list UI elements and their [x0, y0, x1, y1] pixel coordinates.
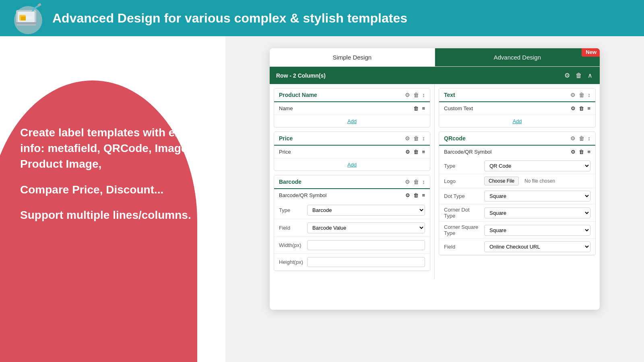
- qrcode-symbol-gear-btn[interactable]: ⚙: [571, 149, 576, 155]
- left-paragraph-2: Compare Price, Discount...: [20, 182, 209, 197]
- col-right: Text ⚙ 🗑 ↕ Custom Text ⚙ 🗑: [435, 84, 600, 279]
- barcode-width-input[interactable]: [307, 240, 425, 250]
- product-name-row-label: Name: [279, 105, 293, 111]
- app-logo-icon: [12, 2, 44, 34]
- qrcode-field-label: Field: [444, 244, 480, 250]
- price-trash-btn[interactable]: 🗑: [413, 135, 419, 142]
- tab-bar: Simple Design Advanced Design: [270, 48, 600, 67]
- price-row-gear-btn[interactable]: ⚙: [405, 149, 410, 155]
- qrcode-symbol-icons: ⚙ 🗑 ≡: [571, 149, 590, 155]
- left-paragraph-1: Create label templates with extra info: …: [20, 125, 209, 172]
- qrcode-symbol-lines-btn[interactable]: ≡: [587, 149, 590, 155]
- product-name-title: Product Name: [279, 92, 317, 98]
- qrcode-dot-type-select[interactable]: Square: [484, 191, 590, 202]
- qrcode-symbol-label: Barcode/QR Symbol: [444, 149, 492, 155]
- qrcode-choose-file-btn[interactable]: Choose File: [484, 177, 519, 185]
- qrcode-corner-dot-select[interactable]: Square: [484, 208, 590, 218]
- text-custom-row: Custom Text ⚙ 🗑 ≡: [439, 102, 595, 115]
- price-row-trash-btn[interactable]: 🗑: [413, 149, 419, 155]
- new-badge: New: [582, 48, 600, 57]
- qrcode-dot-type-label: Dot Type: [444, 193, 480, 199]
- qrcode-no-file-text: No file chosen: [524, 178, 555, 184]
- qrcode-symbol-row: Barcode/QR Symbol ⚙ 🗑 ≡: [439, 146, 595, 158]
- qrcode-header: QRcode ⚙ 🗑 ↕: [439, 132, 595, 146]
- barcode-symbol-icons: ⚙ 🗑 ≡: [405, 192, 425, 198]
- qrcode-arrows-btn[interactable]: ↕: [588, 135, 590, 142]
- barcode-arrows-btn[interactable]: ↕: [422, 179, 425, 185]
- barcode-field-select[interactable]: Barcode Value: [307, 222, 425, 233]
- barcode-header: Barcode ⚙ 🗑 ↕: [274, 175, 430, 189]
- qrcode-corner-dot-group: Corner Dot Type Square: [439, 204, 595, 222]
- price-header-icons: ⚙ 🗑 ↕: [405, 135, 425, 142]
- product-name-add-link[interactable]: Add: [347, 118, 357, 124]
- product-name-row-lines-btn[interactable]: ≡: [422, 105, 425, 111]
- left-panel: Create label templates with extra info: …: [0, 36, 225, 362]
- qrcode-gear-btn[interactable]: ⚙: [570, 135, 576, 142]
- qrcode-title: QRcode: [444, 135, 466, 142]
- row-trash-button[interactable]: 🗑: [575, 71, 583, 80]
- row-collapse-button[interactable]: ∧: [587, 71, 593, 80]
- row-header-icons: ⚙ 🗑 ∧: [564, 71, 593, 80]
- barcode-symbol-lines-btn[interactable]: ≡: [422, 192, 425, 198]
- qrcode-corner-square-group: Corner Square Type Square: [439, 222, 595, 239]
- qrcode-symbol-trash-btn[interactable]: 🗑: [579, 149, 584, 155]
- barcode-symbol-row: Barcode/QR Symbol ⚙ 🗑 ≡: [274, 189, 430, 202]
- price-row: Price ⚙ 🗑 ≡: [274, 146, 430, 158]
- barcode-symbol-trash-btn[interactable]: 🗑: [413, 192, 419, 198]
- qrcode-trash-btn[interactable]: 🗑: [579, 135, 584, 142]
- product-name-header: Product Name ⚙ 🗑 ↕: [274, 88, 430, 102]
- barcode-width-group: Width(px): [274, 237, 430, 254]
- text-custom-icons: ⚙ 🗑 ≡: [571, 105, 590, 111]
- qrcode-corner-square-label: Corner Square Type: [444, 224, 480, 236]
- barcode-height-input[interactable]: [307, 257, 425, 267]
- barcode-symbol-gear-btn[interactable]: ⚙: [405, 192, 410, 198]
- qrcode-field-select[interactable]: Online Checkout URL: [484, 241, 590, 252]
- barcode-trash-btn[interactable]: 🗑: [413, 179, 419, 185]
- text-add-link[interactable]: Add: [512, 118, 522, 124]
- price-add: Add: [274, 158, 430, 171]
- product-name-gear-btn[interactable]: ⚙: [405, 92, 410, 98]
- qrcode-type-label: Type: [444, 163, 480, 169]
- product-name-card: Product Name ⚙ 🗑 ↕ Name 🗑 ≡: [274, 88, 430, 128]
- row-header-label: Row - 2 Column(s): [276, 72, 326, 79]
- barcode-field-label: Field: [279, 225, 303, 231]
- product-name-row-trash-btn[interactable]: 🗑: [413, 105, 419, 111]
- row-gear-button[interactable]: ⚙: [564, 71, 571, 80]
- barcode-card: Barcode ⚙ 🗑 ↕ Barcode/QR Symbol ⚙: [274, 175, 430, 271]
- text-title: Text: [444, 92, 455, 98]
- left-text-block: Create label templates with extra info: …: [16, 52, 209, 232]
- barcode-gear-btn[interactable]: ⚙: [405, 179, 410, 185]
- barcode-height-group: Height(px): [274, 254, 430, 271]
- tab-advanced[interactable]: Advanced Design: [435, 48, 600, 66]
- text-add: Add: [439, 115, 595, 127]
- text-arrows-btn[interactable]: ↕: [588, 92, 590, 98]
- text-header-icons: ⚙ 🗑 ↕: [570, 92, 590, 98]
- text-custom-trash-btn[interactable]: 🗑: [579, 105, 584, 111]
- price-arrows-btn[interactable]: ↕: [422, 135, 425, 142]
- tab-simple[interactable]: Simple Design: [270, 48, 435, 66]
- app-window: New Simple Design Advanced Design Row - …: [270, 48, 600, 310]
- product-name-arrows-btn[interactable]: ↕: [422, 92, 425, 98]
- text-gear-btn[interactable]: ⚙: [570, 92, 576, 98]
- text-custom-lines-btn[interactable]: ≡: [587, 105, 590, 111]
- barcode-type-group: Type Barcode: [274, 202, 430, 219]
- qrcode-type-group: Type QR Code: [439, 158, 595, 174]
- text-custom-gear-btn[interactable]: ⚙: [571, 105, 576, 111]
- row-header: Row - 2 Column(s) ⚙ 🗑 ∧: [270, 67, 600, 84]
- price-gear-btn[interactable]: ⚙: [405, 135, 410, 142]
- qrcode-type-select[interactable]: QR Code: [484, 160, 590, 171]
- barcode-title: Barcode: [279, 179, 301, 185]
- qrcode-corner-square-select[interactable]: Square: [484, 225, 590, 236]
- text-custom-label: Custom Text: [444, 105, 473, 111]
- main-content: Create label templates with extra info: …: [0, 36, 644, 362]
- price-row-label: Price: [279, 149, 291, 155]
- product-name-row: Name 🗑 ≡: [274, 102, 430, 115]
- price-row-icons: ⚙ 🗑 ≡: [405, 149, 425, 155]
- barcode-type-label: Type: [279, 207, 303, 213]
- price-row-lines-btn[interactable]: ≡: [422, 149, 425, 155]
- text-trash-btn[interactable]: 🗑: [579, 92, 584, 98]
- price-add-link[interactable]: Add: [347, 162, 357, 168]
- qrcode-dot-type-group: Dot Type Square: [439, 188, 595, 204]
- barcode-type-select[interactable]: Barcode: [307, 205, 425, 216]
- product-name-trash-btn[interactable]: 🗑: [413, 92, 419, 98]
